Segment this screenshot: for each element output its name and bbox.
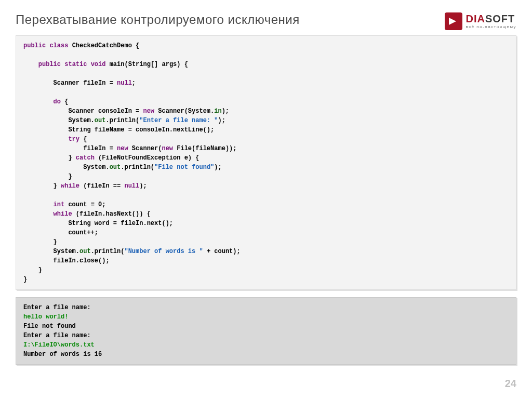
page-number: 24	[505, 378, 516, 390]
output-block: Enter a file name: hello world! File not…	[16, 297, 516, 365]
code-block: public class CheckedCatchDemo { public s…	[16, 35, 516, 290]
logo-brand: DIASOFT	[466, 14, 516, 24]
logo-icon	[445, 12, 462, 30]
slide-header: Перехватывание контролируемого исключени…	[0, 0, 532, 35]
logo-tagline: всё по-настоящему	[466, 25, 516, 29]
diasoft-logo: DIASOFT всё по-настоящему	[445, 12, 516, 30]
logo-text: DIASOFT всё по-настоящему	[466, 14, 516, 29]
slide-title: Перехватывание контролируемого исключени…	[16, 12, 300, 27]
